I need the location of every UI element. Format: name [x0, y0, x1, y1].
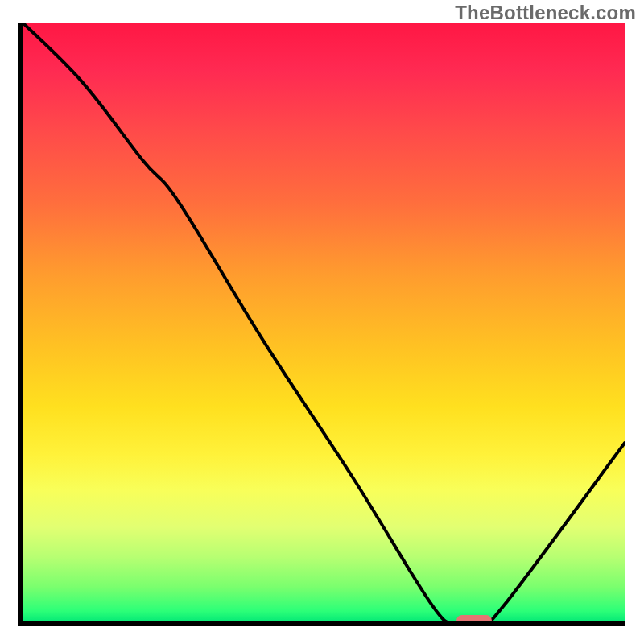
y-axis: [18, 23, 23, 623]
x-axis: [18, 621, 625, 626]
plot-background-gradient: [23, 23, 625, 623]
bottleneck-chart: TheBottleneck.com: [0, 0, 644, 644]
watermark-text: TheBottleneck.com: [455, 2, 636, 24]
